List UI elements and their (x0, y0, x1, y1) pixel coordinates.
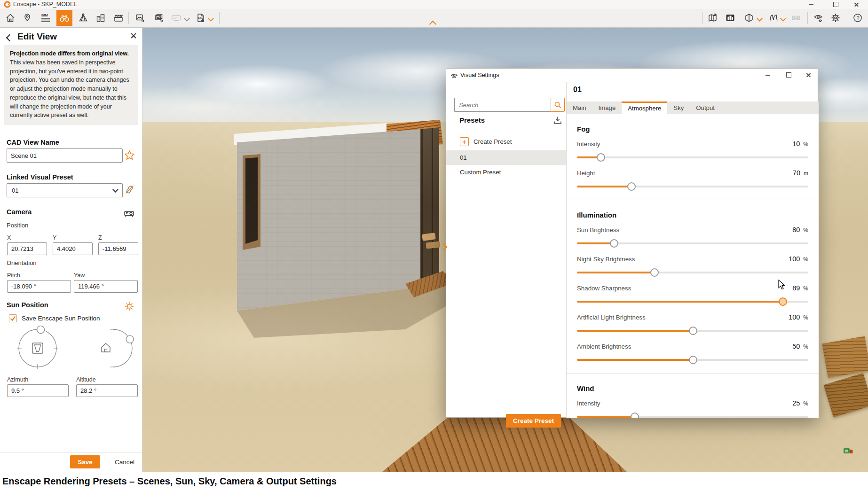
preset-item-custom-preset[interactable]: Custom Preset (446, 165, 566, 179)
window-maximize-button[interactable] (828, 0, 843, 8)
dialog-minimize-button[interactable] (760, 69, 775, 81)
linked-visual-preset-label: Linked Visual Preset (7, 173, 73, 181)
slider-handle[interactable] (650, 268, 659, 277)
help-button[interactable]: ? (850, 10, 866, 26)
create-preset-row[interactable]: + Create Preset (446, 134, 566, 149)
unlink-preset-icon[interactable] (124, 184, 135, 195)
settings-button[interactable] (828, 10, 844, 26)
minimap-button[interactable] (722, 10, 738, 26)
home-button[interactable] (2, 10, 18, 26)
camera-projector-icon[interactable] (123, 207, 135, 219)
cancel-button[interactable]: Cancel (110, 455, 140, 468)
help-icon: ? (852, 12, 863, 23)
slider-handle[interactable] (689, 356, 697, 364)
window-close-button[interactable] (849, 0, 864, 8)
altitude-input[interactable] (76, 384, 138, 397)
pitch-input[interactable] (7, 280, 71, 293)
panel-expand-chevron[interactable] (441, 244, 446, 249)
dialog-maximize-button[interactable] (781, 69, 796, 81)
map-button[interactable] (705, 10, 721, 26)
yaw-input[interactable] (74, 280, 138, 293)
dialog-close-button[interactable] (801, 69, 816, 81)
visual-settings-button[interactable] (810, 10, 826, 26)
back-button[interactable] (7, 35, 12, 40)
illumination-ambient-brightness-slider[interactable] (577, 355, 808, 365)
exe-dropdown-chevron[interactable] (209, 16, 213, 21)
azimuth-knob[interactable] (37, 326, 45, 334)
slider-handle[interactable] (627, 182, 636, 191)
warning-body: This view has been saved in perspective … (10, 59, 129, 119)
render-quality-indicator-icon (844, 447, 854, 454)
slider-value: 25% (792, 399, 808, 407)
slider-handle[interactable] (689, 327, 697, 335)
slider-handle[interactable] (631, 413, 639, 418)
exe-export-button[interactable]: EXE (193, 10, 209, 26)
slider-handle[interactable] (779, 297, 787, 306)
position-x-input[interactable] (7, 242, 47, 255)
visual-settings-dialog: Visual Settings Presets + Create Preset … (446, 68, 818, 418)
panorama-dropdown-chevron[interactable] (185, 16, 189, 21)
section-wind: WindIntensity25%Direction Angle0° (567, 374, 819, 418)
video-editor-button[interactable] (110, 10, 126, 26)
create-preset-button[interactable]: Create Preset (506, 414, 561, 428)
tab-main[interactable]: Main (567, 101, 592, 114)
slider-handle[interactable] (597, 153, 605, 162)
tab-atmosphere[interactable]: Atmosphere (622, 101, 667, 114)
position-y-input[interactable] (53, 242, 93, 255)
slider-value: 10% (792, 140, 808, 148)
import-preset-icon[interactable] (552, 115, 563, 125)
slider-handle[interactable] (610, 239, 618, 248)
fly-mode-button[interactable] (765, 10, 781, 26)
issues-button[interactable] (19, 10, 35, 26)
altitude-knob[interactable] (126, 335, 134, 343)
screenshot-export-button[interactable] (132, 10, 148, 26)
search-button[interactable] (551, 98, 565, 112)
altitude-dial[interactable] (113, 329, 132, 367)
preset-item-01[interactable]: 01 (446, 150, 566, 165)
slider-value: 70m (793, 169, 808, 177)
search-icon (554, 101, 562, 109)
wind-intensity-slider[interactable] (577, 412, 808, 418)
walk-mode-button[interactable] (56, 10, 72, 26)
illumination-shadow-sharpness-slider[interactable] (577, 297, 808, 306)
favorite-star-icon[interactable] (124, 150, 135, 161)
illumination-artificial-light-brightness-slider[interactable] (577, 326, 808, 335)
bim-mode-button[interactable]: BIM (38, 10, 54, 26)
save-button[interactable]: Save (70, 455, 100, 468)
position-z-input[interactable] (98, 242, 138, 255)
cad-view-name-input[interactable] (7, 148, 123, 163)
tab-sky[interactable]: Sky (667, 101, 690, 114)
fog-height-slider[interactable] (577, 182, 808, 191)
projection-mode-button[interactable] (741, 10, 757, 26)
toolbar-collapse-chevron[interactable] (430, 22, 435, 27)
tab-output[interactable]: Output (690, 101, 721, 114)
save-sun-position-checkbox[interactable] (9, 314, 17, 322)
illumination-night-sky-brightness-slider[interactable] (577, 268, 808, 277)
presets-sidebar: Presets + Create Preset 01Custom Preset … (446, 82, 566, 417)
azimuth-label: Azimuth (7, 376, 28, 383)
fly-dropdown-chevron[interactable] (781, 16, 785, 21)
preset-search[interactable] (454, 98, 551, 112)
view-projection-button[interactable] (75, 10, 91, 26)
close-panel-icon[interactable]: ✕ (130, 31, 137, 41)
exe-export-icon: EXE (195, 12, 206, 23)
dialog-title: Visual Settings (460, 69, 499, 82)
sun-position-dials[interactable] (5, 326, 137, 380)
linked-visual-preset-select[interactable]: 01 (7, 183, 123, 197)
fog-intensity-slider[interactable] (577, 153, 808, 162)
panorama-export-button[interactable]: 360° (168, 10, 184, 26)
tab-image[interactable]: Image (592, 101, 622, 114)
site-context-button[interactable] (93, 10, 109, 26)
vr-button[interactable] (788, 10, 804, 26)
sun-icon[interactable] (124, 301, 135, 312)
batch-export-button[interactable] (151, 10, 167, 26)
dialog-titlebar[interactable]: Visual Settings (446, 69, 818, 82)
illumination-sun-brightness-slider[interactable] (577, 239, 808, 248)
azimuth-input[interactable] (7, 384, 69, 397)
projection-dropdown-chevron[interactable] (758, 16, 762, 21)
azimuth-dial[interactable] (19, 329, 56, 367)
window-minimize-button[interactable] (804, 0, 819, 8)
search-input[interactable] (454, 98, 551, 112)
toolbar-divider (128, 12, 129, 24)
wood-platform (822, 336, 868, 378)
